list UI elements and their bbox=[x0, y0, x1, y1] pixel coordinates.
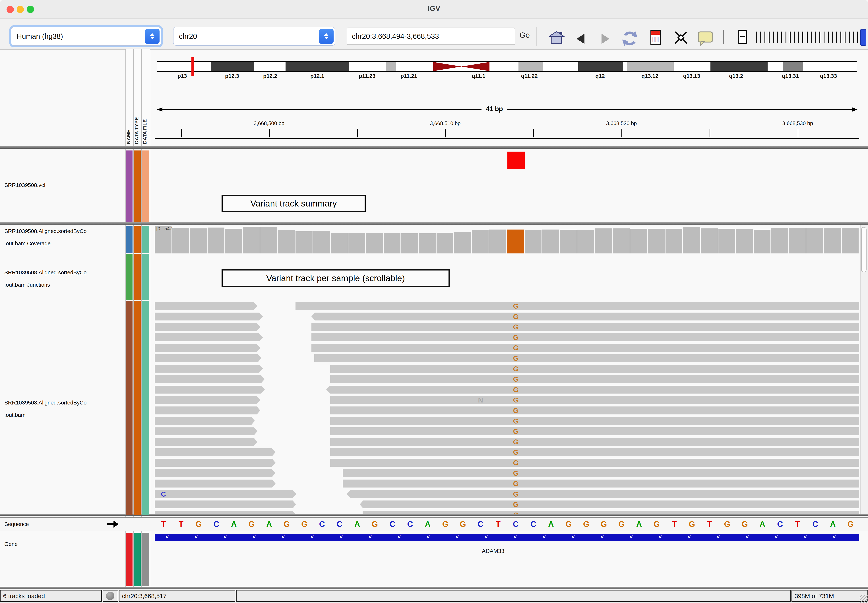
read-segment[interactable] bbox=[154, 427, 258, 435]
ideogram-band[interactable] bbox=[623, 62, 627, 71]
ideogram-band[interactable] bbox=[768, 62, 783, 71]
genome-select[interactable]: Human (hg38) bbox=[11, 27, 161, 46]
read-segment[interactable] bbox=[154, 354, 261, 362]
status-memory[interactable]: 398M of 731M bbox=[791, 590, 868, 602]
read-segment[interactable] bbox=[312, 344, 859, 352]
read-segment[interactable] bbox=[343, 469, 859, 477]
coverage-bar[interactable] bbox=[278, 230, 295, 254]
coverage-bar[interactable] bbox=[366, 233, 383, 254]
attr-strip-vcf-2[interactable] bbox=[142, 150, 149, 222]
read-segment[interactable] bbox=[312, 312, 859, 320]
read-segment[interactable] bbox=[360, 500, 859, 509]
track-label-gene[interactable]: Gene bbox=[5, 541, 18, 547]
refresh-icon[interactable] bbox=[621, 30, 638, 47]
coverage-bar[interactable] bbox=[472, 230, 488, 254]
coverage-bar[interactable] bbox=[771, 228, 788, 254]
coverage-bar[interactable] bbox=[718, 229, 735, 254]
track-label-vcf[interactable]: SRR1039508.vcf bbox=[5, 182, 45, 188]
attr-strip-junctions-1[interactable] bbox=[134, 254, 141, 300]
attr-strip-gene-0[interactable] bbox=[126, 533, 133, 586]
strand-arrow-icon[interactable] bbox=[107, 523, 113, 526]
coverage-bar[interactable] bbox=[824, 228, 841, 254]
read-segment[interactable] bbox=[347, 490, 859, 498]
ideogram-band[interactable] bbox=[627, 62, 673, 71]
tooltip-bubble-icon[interactable] bbox=[697, 31, 714, 47]
read-segment[interactable] bbox=[154, 459, 276, 467]
coverage-bar[interactable] bbox=[806, 228, 823, 254]
coverage-bar[interactable] bbox=[489, 229, 506, 254]
attr-strip-junctions-0[interactable] bbox=[126, 254, 133, 300]
region-tool-icon[interactable] bbox=[650, 30, 661, 45]
coverage-bar[interactable] bbox=[578, 230, 594, 254]
coverage-bar[interactable] bbox=[630, 229, 647, 254]
read-segment[interactable] bbox=[154, 500, 296, 509]
gene-body[interactable]: <<<<<<<<<<<<<<<<<<<<<<<< bbox=[154, 534, 859, 541]
read-segment[interactable] bbox=[312, 323, 859, 331]
attr-strip-gene-1[interactable] bbox=[134, 533, 141, 586]
read-segment[interactable] bbox=[154, 448, 276, 456]
read-segment[interactable] bbox=[154, 386, 265, 394]
coverage-bar[interactable] bbox=[419, 233, 436, 254]
panel-separator[interactable] bbox=[0, 146, 868, 148]
ideogram-band[interactable] bbox=[157, 62, 211, 71]
read-segment[interactable] bbox=[154, 375, 265, 383]
read-segment[interactable] bbox=[343, 479, 859, 487]
coverage-bar[interactable] bbox=[295, 231, 312, 254]
coverage-bar[interactable] bbox=[348, 233, 365, 254]
coverage-bar[interactable] bbox=[560, 230, 577, 254]
coverage-bar[interactable] bbox=[243, 227, 259, 254]
coverage-bar[interactable] bbox=[190, 229, 207, 254]
read-segment[interactable] bbox=[330, 427, 859, 435]
ideogram-band[interactable] bbox=[396, 62, 433, 71]
ideogram-band[interactable] bbox=[349, 62, 386, 71]
read-segment[interactable] bbox=[154, 490, 296, 498]
read-segment[interactable] bbox=[154, 333, 263, 342]
attr-strip-gene-2[interactable] bbox=[142, 533, 149, 586]
coverage-bar[interactable] bbox=[384, 233, 400, 254]
ideogram-band[interactable] bbox=[803, 62, 857, 71]
coverage-bar[interactable] bbox=[208, 227, 224, 254]
attr-strip-alignments-2[interactable] bbox=[142, 301, 149, 515]
track-label-alignments-1[interactable]: SRR1039508.Aligned.sortedByCo bbox=[5, 400, 86, 406]
resize-grip[interactable] bbox=[860, 595, 868, 603]
attr-strip-alignments-0[interactable] bbox=[126, 301, 133, 515]
coverage-bar[interactable] bbox=[542, 229, 559, 254]
read-segment[interactable] bbox=[154, 469, 276, 477]
zoom-slider-thumb[interactable] bbox=[860, 29, 866, 46]
read-segment[interactable] bbox=[154, 438, 258, 446]
attr-strip-coverage-2[interactable] bbox=[142, 226, 149, 253]
panel-separator[interactable] bbox=[0, 222, 868, 225]
read-segment[interactable] bbox=[154, 302, 258, 310]
coverage-bar[interactable] bbox=[736, 229, 753, 254]
read-segment[interactable] bbox=[154, 417, 255, 425]
ideogram-band[interactable] bbox=[490, 62, 519, 71]
ideogram-band[interactable] bbox=[519, 62, 543, 71]
ideogram-band[interactable] bbox=[286, 62, 349, 71]
coverage-bar[interactable] bbox=[507, 229, 524, 254]
ideogram-band[interactable] bbox=[578, 62, 623, 71]
coverage-bar[interactable] bbox=[437, 233, 453, 254]
ideogram-band[interactable] bbox=[673, 62, 710, 71]
coverage-bar[interactable] bbox=[260, 227, 277, 254]
attr-strip-vcf-0[interactable] bbox=[126, 150, 133, 222]
vcf-variant-marker[interactable] bbox=[507, 152, 525, 169]
locus-input[interactable]: chr20:3,668,494-3,668,533 bbox=[347, 28, 515, 45]
coverage-bar[interactable] bbox=[613, 229, 630, 254]
ideogram-band[interactable] bbox=[386, 62, 396, 71]
read-segment[interactable] bbox=[330, 375, 859, 383]
ideogram-band[interactable] bbox=[211, 62, 254, 71]
coverage-bar[interactable] bbox=[454, 232, 471, 254]
read-segment[interactable] bbox=[314, 354, 859, 362]
read-segment[interactable] bbox=[330, 365, 859, 373]
read-segment[interactable] bbox=[312, 333, 859, 342]
coverage-bar[interactable] bbox=[754, 230, 771, 254]
track-label-junctions-1[interactable]: SRR1039508.Aligned.sortedByCo bbox=[5, 269, 86, 275]
track-label-coverage-2[interactable]: .out.bam Coverage bbox=[5, 240, 51, 247]
coverage-bar[interactable] bbox=[331, 233, 348, 254]
read-segment[interactable] bbox=[326, 386, 859, 394]
coverage-bar[interactable] bbox=[683, 227, 700, 254]
alignments-track[interactable]: GGGGGGGGGGGGGGGGGGGGGNC bbox=[154, 301, 859, 515]
track-label-junctions-2[interactable]: .out.bam Junctions bbox=[5, 282, 50, 288]
read-segment[interactable] bbox=[330, 448, 859, 456]
coverage-bar[interactable] bbox=[401, 233, 418, 254]
